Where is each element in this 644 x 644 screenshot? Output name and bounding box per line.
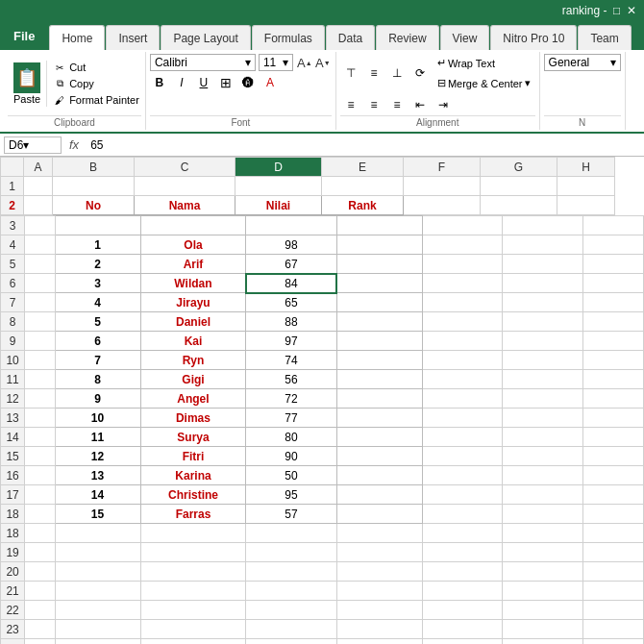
cell-h18[interactable] — [583, 505, 644, 524]
cell-e18[interactable] — [336, 505, 422, 524]
underline-button[interactable]: U — [194, 73, 213, 92]
cell-a4[interactable] — [25, 235, 55, 255]
font-color-button[interactable]: A — [260, 73, 280, 92]
col-header-b[interactable]: B — [53, 158, 135, 177]
cell-c3[interactable] — [140, 216, 246, 235]
cell-h7[interactable] — [583, 293, 644, 312]
cell-e8[interactable] — [336, 312, 422, 332]
col-header-g[interactable]: G — [481, 158, 557, 177]
cell-a8[interactable] — [25, 312, 55, 332]
cell-g4[interactable] — [503, 235, 583, 255]
align-middle-button[interactable]: ≡ — [363, 62, 384, 84]
cell-e2[interactable]: Rank — [322, 196, 404, 215]
col-header-d[interactable]: D — [235, 158, 322, 177]
align-left-button[interactable]: ≡ — [340, 94, 361, 115]
cell-b5[interactable]: 2 — [55, 255, 140, 274]
cell-f1[interactable] — [404, 177, 481, 196]
cell-b6[interactable]: 3 — [55, 274, 140, 293]
cell-e14[interactable] — [336, 428, 422, 447]
wrap-text-button[interactable]: ↵ Wrap Text — [433, 54, 535, 72]
cell-d12[interactable]: 72 — [246, 389, 336, 409]
cell-b7[interactable]: 4 — [55, 293, 140, 312]
cell-h9[interactable] — [583, 332, 644, 351]
cell-e7[interactable] — [336, 293, 422, 312]
merge-center-button[interactable]: ⊟ Merge & Center ▾ — [433, 74, 535, 92]
cell-f9[interactable] — [422, 332, 503, 351]
cell-d5[interactable]: 67 — [246, 255, 336, 274]
cell-a2[interactable] — [24, 196, 53, 215]
cell-d8[interactable]: 88 — [246, 312, 336, 332]
cell-g10[interactable] — [503, 351, 583, 370]
cell-b9[interactable]: 6 — [55, 332, 140, 351]
cell-b15[interactable]: 12 — [55, 447, 140, 466]
cell-e10[interactable] — [336, 351, 422, 370]
cell-h1[interactable] — [557, 177, 615, 196]
cell-d15[interactable]: 90 — [246, 447, 336, 466]
cell-d14[interactable]: 80 — [246, 428, 336, 447]
cell-f17[interactable] — [422, 485, 503, 505]
cell-b13[interactable]: 10 — [55, 409, 140, 428]
tab-formulas[interactable]: Formulas — [252, 25, 325, 50]
align-bottom-button[interactable]: ⊥ — [386, 62, 408, 84]
number-format-dropdown[interactable]: General ▾ — [544, 54, 621, 71]
tab-review[interactable]: Review — [376, 25, 438, 50]
cell-g3[interactable] — [503, 216, 583, 235]
cell-g13[interactable] — [503, 409, 583, 428]
cell-d11[interactable]: 56 — [246, 370, 336, 389]
cell-a7[interactable] — [25, 293, 55, 312]
cell-h13[interactable] — [583, 409, 644, 428]
col-header-h[interactable]: H — [557, 158, 615, 177]
cell-a10[interactable] — [25, 351, 55, 370]
cell-a11[interactable] — [25, 370, 55, 389]
cell-c6[interactable]: Wildan — [140, 274, 246, 293]
font-decrease-button[interactable]: A▼ — [314, 54, 332, 71]
cell-a9[interactable] — [25, 332, 55, 351]
cell-f10[interactable] — [422, 351, 503, 370]
cell-a18[interactable] — [25, 505, 55, 524]
cell-h10[interactable] — [583, 351, 644, 370]
cell-g2[interactable] — [481, 196, 557, 215]
cell-d7[interactable]: 65 — [246, 293, 336, 312]
tab-data[interactable]: Data — [326, 25, 375, 50]
cell-c8[interactable]: Daniel — [140, 312, 246, 332]
cell-c9[interactable]: Kai — [140, 332, 246, 351]
decrease-indent-button[interactable]: ⇤ — [409, 94, 431, 115]
cell-g16[interactable] — [503, 466, 583, 485]
cell-h16[interactable] — [583, 466, 644, 485]
sheet-table-wrapper[interactable]: A B C D E F G H 1 — [0, 157, 644, 644]
cell-f16[interactable] — [422, 466, 503, 485]
font-increase-button[interactable]: A▲ — [296, 54, 313, 71]
cell-a12[interactable] — [25, 389, 55, 409]
border-button[interactable]: ⊞ — [216, 73, 235, 92]
cell-e3[interactable] — [336, 216, 422, 235]
cell-e6[interactable] — [336, 274, 422, 293]
cell-c2[interactable]: Nama — [135, 196, 235, 215]
col-header-f[interactable]: F — [404, 158, 481, 177]
cell-d3[interactable] — [246, 216, 336, 235]
cell-h4[interactable] — [583, 235, 644, 255]
tab-view[interactable]: View — [440, 25, 490, 50]
cell-c13[interactable]: Dimas — [140, 409, 246, 428]
align-top-button[interactable]: ⊤ — [340, 62, 361, 84]
font-size-dropdown[interactable]: 11 ▾ — [259, 54, 293, 71]
italic-button[interactable]: I — [172, 73, 191, 92]
col-header-a[interactable]: A — [24, 158, 53, 177]
cell-e13[interactable] — [336, 409, 422, 428]
cell-c17[interactable]: Christine — [140, 485, 246, 505]
cell-g17[interactable] — [503, 485, 583, 505]
tab-team[interactable]: Team — [578, 25, 631, 50]
cell-c7[interactable]: Jirayu — [140, 293, 246, 312]
cell-a14[interactable] — [25, 428, 55, 447]
tab-file[interactable]: File — [0, 21, 48, 50]
cell-a5[interactable] — [25, 255, 55, 274]
cell-c11[interactable]: Gigi — [140, 370, 246, 389]
cell-g18[interactable] — [503, 505, 583, 524]
cell-f14[interactable] — [422, 428, 503, 447]
cell-d10[interactable]: 74 — [246, 351, 336, 370]
cell-d17[interactable]: 95 — [246, 485, 336, 505]
cell-f12[interactable] — [422, 389, 503, 409]
cell-c4[interactable]: Ola — [140, 235, 246, 255]
cell-g1[interactable] — [481, 177, 557, 196]
cell-d6[interactable]: 84 — [246, 274, 336, 293]
cell-d16[interactable]: 50 — [246, 466, 336, 485]
